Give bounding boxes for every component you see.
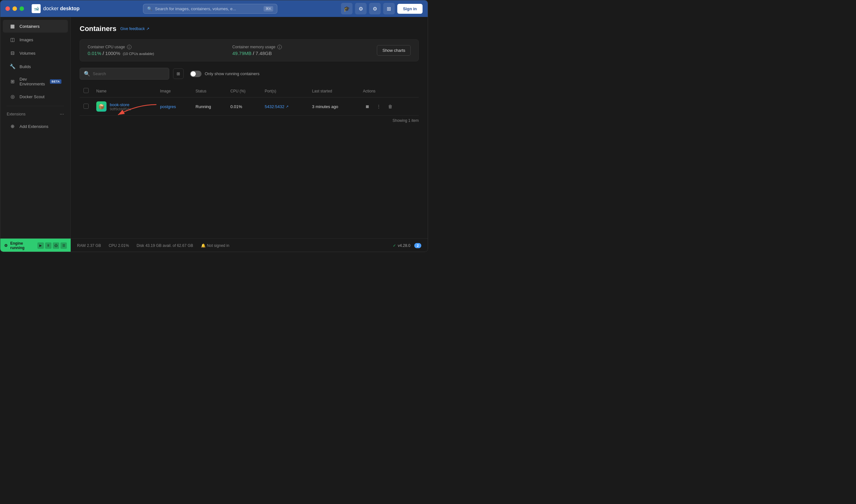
container-search[interactable]: 🔍 bbox=[79, 68, 169, 79]
docker-icon: 🐋 bbox=[32, 4, 41, 13]
status-text: Running bbox=[195, 104, 211, 109]
learn-button[interactable]: 🎓 bbox=[341, 3, 353, 14]
ram-value: 2.37 GB bbox=[87, 244, 101, 248]
not-signed-in-icon: 🔔 bbox=[201, 244, 206, 248]
cpu-separator: / bbox=[103, 51, 105, 56]
row-checkbox[interactable] bbox=[84, 104, 89, 109]
page-title: Containers bbox=[79, 25, 117, 33]
sidebar-item-images[interactable]: ◫ Images bbox=[3, 33, 68, 46]
container-name-link[interactable]: book-store bbox=[110, 102, 131, 107]
close-button[interactable] bbox=[5, 6, 10, 11]
search-input[interactable] bbox=[93, 71, 165, 76]
engine-running-label: ⚙ Engine running bbox=[4, 241, 37, 250]
th-cpu: CPU (%) bbox=[227, 85, 261, 97]
last-started-value: 3 minutes ago bbox=[312, 104, 338, 109]
pause-button[interactable]: ⏸ bbox=[45, 242, 52, 249]
memory-label: Container memory usage i bbox=[232, 45, 364, 49]
ram-stat: RAM 2.37 GB bbox=[77, 244, 101, 248]
port-value: 5432:5432 bbox=[265, 104, 284, 109]
titlebar-search-area: 🔍 Search for images, containers, volumes… bbox=[84, 4, 337, 14]
cpu-info-icon[interactable]: i bbox=[127, 45, 131, 49]
sidebar-item-volumes[interactable]: ⊟ Volumes bbox=[3, 47, 68, 59]
table-header: Name Image Status CPU (%) Port(s) Last s… bbox=[79, 85, 419, 97]
power-button[interactable]: ⏻ bbox=[53, 242, 59, 249]
select-all-checkbox[interactable] bbox=[84, 88, 89, 93]
show-charts-button[interactable]: Show charts bbox=[377, 45, 411, 56]
settings2-button[interactable]: ⚙ bbox=[355, 3, 367, 14]
th-status: Status bbox=[192, 85, 227, 97]
sidebar-item-builds[interactable]: 🔧 Builds bbox=[3, 60, 68, 73]
maximize-button[interactable] bbox=[19, 6, 24, 11]
columns-button[interactable]: ⊞ bbox=[173, 69, 184, 79]
th-select-all[interactable] bbox=[79, 85, 92, 97]
disk-value: 43.19 GB avail. of 62.67 GB bbox=[145, 244, 193, 248]
minimize-button[interactable] bbox=[13, 6, 17, 11]
td-name: 📦 book-store 9dff9cbb85da bbox=[92, 97, 156, 116]
notification-badge[interactable]: 2 bbox=[414, 243, 421, 248]
sidebar-label-docker-scout: Docker Scout bbox=[19, 94, 44, 99]
th-image: Image bbox=[156, 85, 192, 97]
delete-button[interactable]: 🗑 bbox=[386, 102, 395, 111]
th-actions: Actions bbox=[359, 85, 419, 97]
more-options-button[interactable]: ⋮ bbox=[374, 102, 383, 111]
play-button[interactable]: ▶ bbox=[37, 242, 44, 249]
footer: ⚙ Engine running ▶ ⏸ ⏻ ☰ RAM 2.37 GB CPU… bbox=[0, 238, 428, 252]
table-row[interactable]: 📦 book-store 9dff9cbb85da postgres bbox=[79, 97, 419, 116]
sidebar-label-add-extensions: Add Extensions bbox=[19, 124, 48, 129]
stop-button[interactable]: ⏹ bbox=[363, 102, 372, 111]
images-icon: ◫ bbox=[9, 36, 16, 43]
version-check-icon: ✓ bbox=[393, 244, 396, 248]
memory-info-icon[interactable]: i bbox=[277, 45, 282, 49]
action-buttons: ⏹ ⋮ 🗑 bbox=[363, 102, 415, 111]
sidebar-label-dev-env: Dev Environments bbox=[19, 77, 46, 86]
sidebar-label-containers: Containers bbox=[19, 24, 40, 29]
version-text: v4.28.0 bbox=[398, 244, 410, 248]
engine-icon: ⚙ bbox=[4, 244, 8, 248]
engine-status-bar: ⚙ Engine running ▶ ⏸ ⏻ ☰ bbox=[0, 238, 71, 252]
cpu-note: (10 CPUs available) bbox=[123, 52, 154, 56]
extensions-more-button[interactable]: ··· bbox=[60, 111, 64, 117]
td-port: 5432:5432 ↗ bbox=[261, 97, 308, 116]
port-link[interactable]: 5432:5432 ↗ bbox=[265, 104, 305, 109]
td-checkbox[interactable] bbox=[79, 97, 92, 116]
sidebar-item-containers[interactable]: ▦ Containers bbox=[3, 20, 68, 33]
volumes-icon: ⊟ bbox=[9, 50, 16, 56]
container-table: Name Image Status CPU (%) Port(s) Last s… bbox=[79, 85, 419, 116]
sidebar-item-dev-environments[interactable]: ⊞ Dev Environments BETA bbox=[3, 74, 68, 90]
sidebar-item-docker-scout[interactable]: ◎ Docker Scout bbox=[3, 90, 68, 103]
cpu-max-value: 1000% bbox=[105, 51, 120, 56]
cpu-percent: 0.01% bbox=[230, 104, 242, 109]
td-cpu: 0.01% bbox=[227, 97, 261, 116]
container-id: 9dff9cbb85da bbox=[110, 107, 131, 111]
sidebar-label-images: Images bbox=[19, 37, 33, 42]
global-search-bar[interactable]: 🔍 Search for images, containers, volumes… bbox=[143, 4, 277, 14]
engine-controls: ▶ ⏸ ⏻ ☰ bbox=[37, 242, 67, 249]
sidebar-item-add-extensions[interactable]: ⊕ Add Extensions bbox=[3, 120, 68, 133]
running-toggle[interactable] bbox=[190, 71, 201, 77]
search-placeholder-text: Search for images, containers, volumes, … bbox=[155, 6, 236, 11]
menu-button[interactable]: ☰ bbox=[60, 242, 67, 249]
docker-scout-icon: ◎ bbox=[9, 93, 16, 100]
dev-env-icon: ⊞ bbox=[9, 78, 16, 85]
cpu-green-value: 0.01% bbox=[88, 51, 102, 56]
cpu-footer-stat: CPU 2.01% bbox=[109, 244, 129, 248]
sign-in-button[interactable]: Sign in bbox=[397, 4, 423, 14]
image-link[interactable]: postgres bbox=[160, 104, 188, 109]
sign-in-status: 🔔 Not signed in bbox=[201, 244, 229, 248]
cpu-value: 0.01% / 1000% (10 CPUs available) bbox=[88, 51, 219, 56]
memory-separator: / bbox=[253, 51, 255, 56]
container-name-cell: 📦 book-store 9dff9cbb85da bbox=[96, 101, 152, 112]
th-last-started: Last started bbox=[308, 85, 359, 97]
give-feedback-link[interactable]: Give feedback ↗ bbox=[120, 26, 149, 31]
search-icon: 🔍 bbox=[147, 6, 152, 11]
running-toggle-wrapper: Only show running containers bbox=[190, 71, 260, 77]
memory-used-value: 49.79MB bbox=[232, 51, 251, 56]
td-status: Running bbox=[192, 97, 227, 116]
titlebar-actions: 🎓 ⚙ ⚙ ⊞ Sign in bbox=[341, 3, 423, 14]
cpu-stat: Container CPU usage i 0.01% / 1000% (10 … bbox=[88, 45, 219, 56]
container-table-wrapper: Name Image Status CPU (%) Port(s) Last s… bbox=[79, 85, 419, 125]
grid-button[interactable]: ⊞ bbox=[383, 3, 395, 14]
footer-stats: RAM 2.37 GB CPU 2.01% Disk 43.19 GB avai… bbox=[71, 243, 428, 248]
gear-button[interactable]: ⚙ bbox=[369, 3, 381, 14]
memory-value: 49.79MB / 7.48GB bbox=[232, 51, 364, 56]
